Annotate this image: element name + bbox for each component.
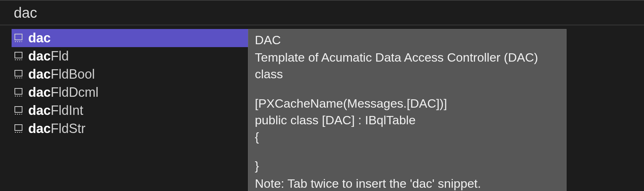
- tooltip-code-line: }: [255, 157, 560, 174]
- completion-item[interactable]: dacFldInt: [12, 101, 248, 120]
- documentation-tooltip: DAC Template of Acumatic Data Access Con…: [248, 29, 567, 191]
- completion-rest: FldStr: [51, 121, 85, 136]
- tooltip-code: [PXCacheName(Messages.[DAC])]public clas…: [255, 95, 560, 174]
- completion-item[interactable]: dacFld: [12, 47, 248, 65]
- completion-match: dac: [28, 103, 51, 118]
- snippet-icon: [14, 124, 23, 133]
- completion-item[interactable]: dac: [12, 29, 248, 47]
- completion-rest: FldBool: [51, 67, 95, 82]
- snippet-icon: [14, 33, 23, 43]
- completion-item-label: dacFldInt: [28, 103, 83, 118]
- tooltip-note: Note: Tab twice to insert the 'dac' snip…: [255, 175, 560, 191]
- completion-item[interactable]: dacFldBool: [12, 65, 248, 83]
- completion-rest: FldInt: [51, 103, 83, 118]
- svg-rect-25: [15, 125, 22, 130]
- svg-rect-20: [15, 107, 22, 112]
- snippet-icon: [14, 88, 23, 97]
- completion-match: dac: [28, 85, 51, 100]
- snippet-icon: [14, 124, 23, 133]
- tooltip-code-line: [255, 145, 560, 157]
- completion-item-label: dac: [28, 30, 51, 46]
- intellisense-popup: dac dac dacFld dacFldBool dacFldDcml dac…: [0, 0, 644, 191]
- svg-rect-10: [15, 70, 22, 76]
- tooltip-code-line: {: [255, 128, 560, 145]
- completion-rest: Fld: [51, 49, 69, 63]
- completion-item-label: dacFldBool: [28, 67, 95, 82]
- search-input[interactable]: dac: [0, 0, 644, 25]
- completion-item-label: dacFldDcml: [28, 85, 98, 100]
- search-input-text: dac: [14, 5, 37, 21]
- completion-item-label: dacFld: [28, 49, 69, 64]
- completion-list[interactable]: dac dacFld dacFldBool dacFldDcml dacFldI…: [0, 25, 248, 191]
- svg-rect-15: [15, 88, 22, 94]
- svg-rect-0: [15, 34, 22, 40]
- snippet-icon: [14, 88, 23, 97]
- snippet-icon: [14, 106, 23, 115]
- completion-item[interactable]: dacFldDcml: [12, 83, 248, 101]
- tooltip-description: Template of Acumatic Data Access Control…: [255, 49, 560, 82]
- snippet-icon: [14, 70, 23, 79]
- tooltip-code-line: [PXCacheName(Messages.[DAC])]: [255, 95, 560, 112]
- snippet-icon: [14, 106, 23, 115]
- completion-match: dac: [28, 121, 51, 136]
- completion-item[interactable]: dacFldStr: [12, 120, 248, 138]
- completion-rest: FldDcml: [51, 85, 98, 100]
- completion-match: dac: [28, 49, 51, 63]
- tooltip-title: DAC: [255, 32, 560, 48]
- tooltip-code-line: public class [DAC] : IBqlTable: [255, 112, 560, 128]
- completion-item-label: dacFldStr: [28, 121, 85, 136]
- intellisense-body: dac dacFld dacFldBool dacFldDcml dacFldI…: [0, 25, 644, 191]
- completion-match: dac: [28, 30, 51, 45]
- snippet-icon: [14, 70, 23, 79]
- completion-match: dac: [28, 67, 51, 82]
- snippet-icon: [14, 33, 23, 43]
- svg-rect-5: [15, 52, 22, 58]
- snippet-icon: [14, 51, 23, 61]
- snippet-icon: [14, 51, 23, 61]
